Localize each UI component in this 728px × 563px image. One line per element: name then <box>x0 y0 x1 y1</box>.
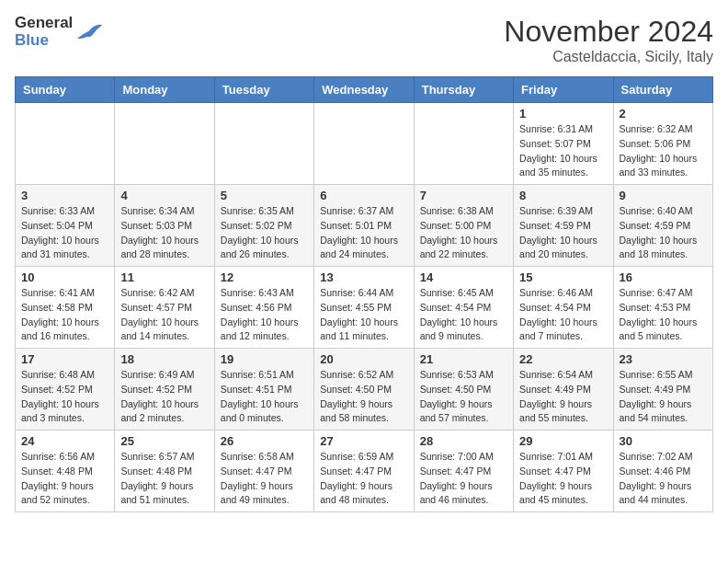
logo-general: General <box>15 15 73 32</box>
day-number: 11 <box>120 270 208 284</box>
day-info: Sunrise: 6:39 AMSunset: 4:59 PMDaylight:… <box>519 204 607 262</box>
calendar-cell <box>115 103 214 185</box>
calendar-cell: 16Sunrise: 6:47 AMSunset: 4:53 PMDayligh… <box>613 267 712 349</box>
day-number: 14 <box>420 270 507 284</box>
day-number: 15 <box>519 270 607 284</box>
day-info: Sunrise: 6:46 AMSunset: 4:54 PMDaylight:… <box>519 286 607 344</box>
day-info: Sunrise: 6:34 AMSunset: 5:03 PMDaylight:… <box>120 204 208 262</box>
day-number: 6 <box>320 189 407 202</box>
day-info: Sunrise: 6:58 AMSunset: 4:47 PMDaylight:… <box>221 450 308 508</box>
day-number: 4 <box>120 189 208 202</box>
calendar-cell: 13Sunrise: 6:44 AMSunset: 4:55 PMDayligh… <box>314 267 414 349</box>
calendar-cell: 6Sunrise: 6:37 AMSunset: 5:01 PMDaylight… <box>314 185 414 267</box>
day-number: 18 <box>120 352 208 366</box>
day-info: Sunrise: 7:01 AMSunset: 4:47 PMDaylight:… <box>519 450 607 508</box>
logo-bird-icon <box>74 17 104 47</box>
day-header-sunday: Sunday <box>16 77 115 103</box>
calendar-cell: 21Sunrise: 6:53 AMSunset: 4:50 PMDayligh… <box>414 349 513 431</box>
calendar-cell: 18Sunrise: 6:49 AMSunset: 4:52 PMDayligh… <box>115 349 214 431</box>
calendar-cell: 17Sunrise: 6:48 AMSunset: 4:52 PMDayligh… <box>16 349 115 431</box>
calendar-cell: 3Sunrise: 6:33 AMSunset: 5:04 PMDaylight… <box>16 185 115 267</box>
day-number: 28 <box>420 434 507 448</box>
day-number: 25 <box>120 434 208 448</box>
calendar-cell: 1Sunrise: 6:31 AMSunset: 5:07 PMDaylight… <box>514 103 613 185</box>
day-number: 17 <box>21 352 108 366</box>
day-info: Sunrise: 6:51 AMSunset: 4:51 PMDaylight:… <box>221 368 308 426</box>
day-info: Sunrise: 7:00 AMSunset: 4:47 PMDaylight:… <box>420 450 507 508</box>
day-info: Sunrise: 6:59 AMSunset: 4:47 PMDaylight:… <box>320 450 407 508</box>
day-number: 21 <box>420 352 507 366</box>
calendar-cell: 4Sunrise: 6:34 AMSunset: 5:03 PMDaylight… <box>115 185 214 267</box>
day-info: Sunrise: 6:45 AMSunset: 4:54 PMDaylight:… <box>420 286 507 344</box>
day-number: 7 <box>420 189 507 202</box>
day-number: 1 <box>519 107 607 121</box>
calendar-cell: 24Sunrise: 6:56 AMSunset: 4:48 PMDayligh… <box>16 431 115 512</box>
calendar-cell: 5Sunrise: 6:35 AMSunset: 5:02 PMDaylight… <box>214 185 313 267</box>
day-header-monday: Monday <box>115 77 214 103</box>
day-number: 30 <box>620 434 707 448</box>
day-info: Sunrise: 6:48 AMSunset: 4:52 PMDaylight:… <box>21 368 108 426</box>
calendar-cell: 10Sunrise: 6:41 AMSunset: 4:58 PMDayligh… <box>16 267 115 349</box>
day-info: Sunrise: 6:40 AMSunset: 4:59 PMDaylight:… <box>620 204 707 262</box>
calendar-cell: 2Sunrise: 6:32 AMSunset: 5:06 PMDaylight… <box>613 103 712 185</box>
calendar-cell: 15Sunrise: 6:46 AMSunset: 4:54 PMDayligh… <box>514 267 613 349</box>
calendar-cell: 23Sunrise: 6:55 AMSunset: 4:49 PMDayligh… <box>613 349 712 431</box>
page-header: General Blue November 2024 Casteldaccia,… <box>15 15 713 65</box>
calendar-week-row: 10Sunrise: 6:41 AMSunset: 4:58 PMDayligh… <box>16 267 713 349</box>
calendar-cell <box>16 103 115 185</box>
calendar-header-row: SundayMondayTuesdayWednesdayThursdayFrid… <box>16 77 713 103</box>
calendar-week-row: 3Sunrise: 6:33 AMSunset: 5:04 PMDaylight… <box>16 185 713 267</box>
calendar-cell: 29Sunrise: 7:01 AMSunset: 4:47 PMDayligh… <box>514 431 613 512</box>
day-number: 26 <box>221 434 308 448</box>
day-header-friday: Friday <box>514 77 613 103</box>
day-info: Sunrise: 6:52 AMSunset: 4:50 PMDaylight:… <box>320 368 407 426</box>
title-block: November 2024 Casteldaccia, Sicily, Ital… <box>504 15 713 65</box>
day-number: 16 <box>620 270 707 284</box>
day-header-wednesday: Wednesday <box>314 77 414 103</box>
day-info: Sunrise: 6:37 AMSunset: 5:01 PMDaylight:… <box>320 204 407 262</box>
day-number: 5 <box>221 189 308 202</box>
calendar-cell: 28Sunrise: 7:00 AMSunset: 4:47 PMDayligh… <box>414 431 513 512</box>
day-number: 20 <box>320 352 407 366</box>
calendar-cell: 11Sunrise: 6:42 AMSunset: 4:57 PMDayligh… <box>115 267 214 349</box>
day-info: Sunrise: 6:41 AMSunset: 4:58 PMDaylight:… <box>21 286 108 344</box>
day-info: Sunrise: 6:56 AMSunset: 4:48 PMDaylight:… <box>21 450 108 508</box>
location-subtitle: Casteldaccia, Sicily, Italy <box>504 49 713 65</box>
logo-blue: Blue <box>15 32 73 50</box>
logo: General Blue <box>15 15 104 49</box>
day-number: 3 <box>21 189 108 202</box>
calendar-table: SundayMondayTuesdayWednesdayThursdayFrid… <box>15 76 713 512</box>
day-number: 10 <box>21 270 108 284</box>
day-info: Sunrise: 6:44 AMSunset: 4:55 PMDaylight:… <box>320 286 407 344</box>
day-info: Sunrise: 6:31 AMSunset: 5:07 PMDaylight:… <box>519 122 607 180</box>
day-info: Sunrise: 6:49 AMSunset: 4:52 PMDaylight:… <box>120 368 208 426</box>
calendar-cell: 7Sunrise: 6:38 AMSunset: 5:00 PMDaylight… <box>414 185 513 267</box>
day-info: Sunrise: 6:42 AMSunset: 4:57 PMDaylight:… <box>120 286 208 344</box>
day-info: Sunrise: 6:57 AMSunset: 4:48 PMDaylight:… <box>120 450 208 508</box>
day-info: Sunrise: 6:43 AMSunset: 4:56 PMDaylight:… <box>221 286 308 344</box>
calendar-cell: 8Sunrise: 6:39 AMSunset: 4:59 PMDaylight… <box>514 185 613 267</box>
day-number: 9 <box>620 189 707 202</box>
day-info: Sunrise: 6:55 AMSunset: 4:49 PMDaylight:… <box>620 368 707 426</box>
day-number: 2 <box>620 107 707 121</box>
month-title: November 2024 <box>504 15 713 49</box>
day-number: 27 <box>320 434 407 448</box>
calendar-cell <box>214 103 313 185</box>
calendar-cell: 9Sunrise: 6:40 AMSunset: 4:59 PMDaylight… <box>613 185 712 267</box>
day-number: 23 <box>620 352 707 366</box>
calendar-week-row: 17Sunrise: 6:48 AMSunset: 4:52 PMDayligh… <box>16 349 713 431</box>
day-info: Sunrise: 6:33 AMSunset: 5:04 PMDaylight:… <box>21 204 108 262</box>
day-number: 12 <box>221 270 308 284</box>
day-number: 19 <box>221 352 308 366</box>
calendar-cell <box>414 103 513 185</box>
calendar-cell: 27Sunrise: 6:59 AMSunset: 4:47 PMDayligh… <box>314 431 414 512</box>
day-info: Sunrise: 6:38 AMSunset: 5:00 PMDaylight:… <box>420 204 507 262</box>
day-info: Sunrise: 6:32 AMSunset: 5:06 PMDaylight:… <box>620 122 707 180</box>
day-header-thursday: Thursday <box>414 77 513 103</box>
day-number: 8 <box>519 189 607 202</box>
calendar-cell: 22Sunrise: 6:54 AMSunset: 4:49 PMDayligh… <box>514 349 613 431</box>
calendar-week-row: 24Sunrise: 6:56 AMSunset: 4:48 PMDayligh… <box>16 431 713 512</box>
day-info: Sunrise: 6:54 AMSunset: 4:49 PMDaylight:… <box>519 368 607 426</box>
calendar-cell: 14Sunrise: 6:45 AMSunset: 4:54 PMDayligh… <box>414 267 513 349</box>
day-number: 13 <box>320 270 407 284</box>
